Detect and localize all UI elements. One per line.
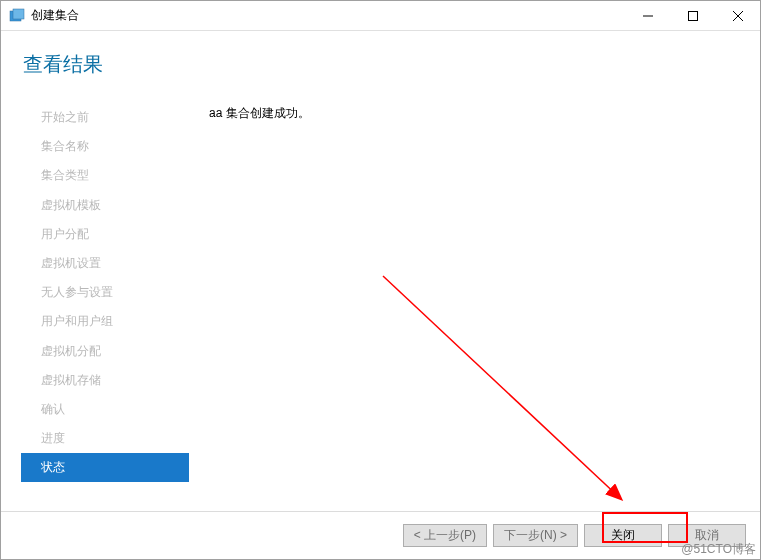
sidebar-item-vm-settings: 虚拟机设置: [21, 249, 189, 278]
close-window-button[interactable]: [715, 1, 760, 30]
minimize-button[interactable]: [625, 1, 670, 30]
app-icon: [9, 8, 25, 24]
maximize-button[interactable]: [670, 1, 715, 30]
status-message: aa 集合创建成功。: [209, 105, 740, 122]
sidebar-item-vm-allocation: 虚拟机分配: [21, 337, 189, 366]
sidebar-item-users-groups: 用户和用户组: [21, 307, 189, 336]
sidebar-item-confirm: 确认: [21, 395, 189, 424]
sidebar-item-progress: 进度: [21, 424, 189, 453]
sidebar-item-vm-storage: 虚拟机存储: [21, 366, 189, 395]
close-button[interactable]: 关闭: [584, 524, 662, 547]
body-area: 查看结果 开始之前 集合名称 集合类型 虚拟机模板 用户分配 虚拟机设置 无人参…: [1, 31, 760, 511]
window-controls: [625, 1, 760, 30]
sidebar-item-collection-type: 集合类型: [21, 161, 189, 190]
wizard-window: 创建集合 查看结果 开始之前 集合名称 集合类型 虚拟机模板 用户分配 虚拟机设…: [0, 0, 761, 560]
sidebar-item-user-assignment: 用户分配: [21, 220, 189, 249]
titlebar: 创建集合: [1, 1, 760, 31]
sidebar-item-vm-template: 虚拟机模板: [21, 191, 189, 220]
next-button: 下一步(N) >: [493, 524, 578, 547]
sidebar-item-collection-name: 集合名称: [21, 132, 189, 161]
wizard-sidebar: 开始之前 集合名称 集合类型 虚拟机模板 用户分配 虚拟机设置 无人参与设置 用…: [21, 103, 189, 511]
previous-button: < 上一步(P): [403, 524, 487, 547]
svg-rect-3: [688, 11, 697, 20]
main-pane: aa 集合创建成功。: [209, 103, 740, 511]
footer: < 上一步(P) 下一步(N) > 关闭 取消: [1, 511, 760, 559]
cancel-button: 取消: [668, 524, 746, 547]
svg-rect-1: [13, 9, 24, 19]
content-row: 开始之前 集合名称 集合类型 虚拟机模板 用户分配 虚拟机设置 无人参与设置 用…: [21, 103, 740, 511]
sidebar-item-unattended: 无人参与设置: [21, 278, 189, 307]
page-title: 查看结果: [23, 51, 740, 78]
sidebar-item-status[interactable]: 状态: [21, 453, 189, 482]
sidebar-item-before-begin: 开始之前: [21, 103, 189, 132]
window-title: 创建集合: [31, 7, 625, 24]
